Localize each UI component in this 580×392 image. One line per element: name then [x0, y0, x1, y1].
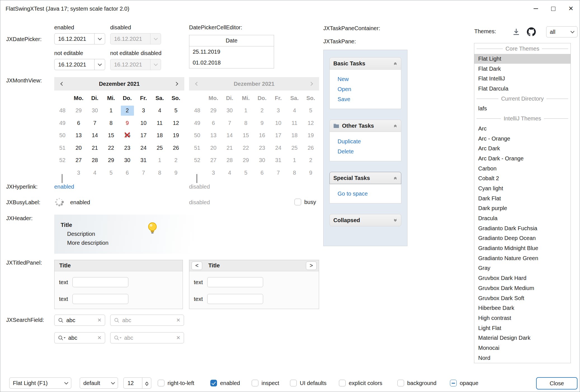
laf-combo[interactable]: Flat Light (F1) — [9, 377, 71, 389]
close-button[interactable]: Close — [536, 377, 577, 389]
theme-item-dark-flat[interactable]: Dark Flat — [474, 193, 570, 203]
calendar-day[interactable]: 25 — [153, 143, 166, 153]
task-link-go-to-space[interactable]: Go to space — [330, 189, 401, 199]
hyperlink-enabled[interactable]: enabled — [54, 184, 74, 190]
panel-right-button[interactable]: > — [306, 262, 317, 270]
theme-item-gruvbox-dark-hard[interactable]: Gruvbox Dark Hard — [474, 273, 570, 283]
font-size-spinner[interactable]: 12 — [123, 377, 151, 389]
calendar-day[interactable]: 24 — [137, 143, 150, 153]
calendar-day[interactable]: 1 — [153, 155, 166, 165]
calendar-day[interactable]: 12 — [169, 118, 183, 128]
checkbox-right-to-left[interactable]: right-to-left — [158, 380, 194, 386]
calendar-day[interactable]: 14 — [88, 130, 102, 141]
theme-item-nord[interactable]: Nord — [474, 353, 570, 363]
theme-item-cobalt-2[interactable]: Cobalt 2 — [474, 174, 570, 184]
table-header-date[interactable]: Date — [189, 35, 274, 46]
calendar-day[interactable]: 9 — [169, 168, 183, 178]
spinner-buttons[interactable] — [142, 378, 151, 388]
datepicker-not-editable[interactable]: 16.12.2021 — [54, 59, 105, 70]
task-link-open[interactable]: Open — [330, 84, 401, 94]
datepicker-dropdown-button[interactable] — [94, 34, 105, 44]
datepicker-enabled[interactable]: 16.12.2021 — [54, 33, 105, 44]
theme-item-monocai[interactable]: Monocai — [474, 343, 570, 353]
search-field-3[interactable]: abc✕ — [54, 332, 105, 343]
text-input[interactable] — [72, 277, 128, 287]
clear-icon[interactable]: ✕ — [97, 335, 102, 341]
theme-item-high-contrast[interactable]: High contrast — [474, 313, 570, 323]
date-cell[interactable]: 25.11.2019 — [189, 46, 274, 57]
task-link-save[interactable]: Save — [330, 94, 401, 104]
checkbox-opaque[interactable]: opaque — [450, 380, 478, 386]
calendar-day[interactable]: 20 — [72, 143, 85, 153]
theme-item-dracula[interactable]: Dracula — [474, 213, 570, 224]
taskpane-header-special-tasks[interactable]: Special Tasks — [329, 172, 401, 184]
theme-item-gradianto-midnight-blue[interactable]: Gradianto Midnight Blue — [474, 243, 570, 253]
theme-item-lafs[interactable]: lafs — [474, 104, 570, 114]
checkbox-explicit-colors[interactable]: explicit colors — [339, 380, 382, 386]
calendar-day[interactable]: 15 — [105, 130, 118, 141]
checkbox-ui-defaults[interactable]: UI defaults — [290, 380, 327, 386]
panel-left-button[interactable]: < — [192, 262, 202, 270]
calendar-day[interactable]: 8 — [105, 118, 118, 128]
calendar-day[interactable]: 7 — [88, 118, 102, 128]
themes-filter-combo[interactable]: all — [546, 26, 577, 37]
theme-item-flat-darcula[interactable]: Flat Darcula — [474, 84, 570, 94]
task-link-duplicate[interactable]: Duplicate — [330, 136, 401, 146]
calendar-day[interactable]: 29 — [72, 106, 85, 116]
checkbox-inspect[interactable]: inspect — [252, 380, 279, 386]
theme-item-arc-dark[interactable]: Arc Dark — [474, 144, 570, 154]
theme-item-dark-purple[interactable]: Dark purple — [474, 203, 570, 213]
calendar-day[interactable]: 8 — [153, 168, 166, 178]
calendar-day[interactable]: 3 — [72, 168, 85, 178]
theme-item-carbon[interactable]: Carbon — [474, 163, 570, 174]
github-button[interactable] — [526, 27, 537, 37]
calendar-day[interactable]: 30 — [88, 106, 102, 116]
calendar-day[interactable]: 22 — [105, 143, 118, 153]
calendar-day[interactable]: 17 — [137, 130, 150, 141]
theme-item-flat-intellij[interactable]: Flat IntelliJ — [474, 74, 570, 84]
calendar-day[interactable]: 18 — [153, 130, 166, 141]
calendar-day[interactable]: 10 — [137, 118, 150, 128]
task-link-new[interactable]: New — [330, 74, 401, 84]
theme-item-flat-light[interactable]: Flat Light — [474, 54, 570, 64]
calendar-day[interactable]: 13 — [72, 130, 85, 141]
datepicker-dropdown-button[interactable] — [94, 59, 105, 70]
theme-item-light-flat[interactable]: Light Flat — [474, 323, 570, 333]
busy-checkbox[interactable]: busy — [294, 199, 316, 205]
calendar-day[interactable]: 3 — [137, 106, 150, 116]
prev-month-button[interactable] — [54, 82, 70, 85]
theme-item-hiberbee-dark[interactable]: Hiberbee Dark — [474, 303, 570, 313]
text-input[interactable] — [207, 294, 263, 304]
calendar-day[interactable]: 16 — [121, 130, 134, 141]
theme-item-arc-dark-orange[interactable]: Arc Dark - Orange — [474, 154, 570, 164]
calendar-day[interactable]: 30 — [121, 155, 134, 165]
calendar-day[interactable]: 7 — [137, 168, 150, 178]
calendar-day[interactable]: 5 — [105, 168, 118, 178]
theme-item-arc-orange[interactable]: Arc - Orange — [474, 134, 570, 144]
calendar-day[interactable]: 4 — [88, 168, 102, 178]
calendar-day[interactable]: 4 — [153, 106, 166, 116]
calendar-day[interactable]: 21 — [88, 143, 102, 153]
calendar-day[interactable]: 11 — [153, 118, 166, 128]
calendar-day[interactable]: 28 — [88, 155, 102, 165]
calendar-day[interactable]: 6 — [72, 118, 85, 128]
calendar-day[interactable]: 29 — [105, 155, 118, 165]
text-input[interactable] — [207, 277, 263, 287]
calendar-day[interactable]: 5 — [169, 106, 183, 116]
next-month-button[interactable] — [168, 82, 184, 85]
checkbox-enabled[interactable]: enabled — [210, 380, 240, 386]
theme-item-gradianto-deep-ocean[interactable]: Gradianto Deep Ocean — [474, 233, 570, 243]
calendar-day[interactable]: 23 — [121, 143, 134, 153]
task-link-delete[interactable]: Delete — [330, 146, 401, 156]
calendar-day[interactable]: 9 — [121, 118, 134, 128]
taskpane-header-basic-tasks[interactable]: Basic Tasks — [329, 57, 401, 70]
checkbox-background[interactable]: background — [397, 380, 437, 386]
style-combo[interactable]: default — [80, 377, 118, 389]
calendar-day[interactable]: 2 — [121, 106, 134, 116]
download-button[interactable] — [511, 27, 522, 37]
clear-icon[interactable]: ✕ — [97, 317, 102, 323]
theme-item-flat-dark[interactable]: Flat Dark — [474, 64, 570, 74]
minimize-button[interactable] — [527, 0, 544, 17]
calendar-day[interactable]: 26 — [169, 143, 183, 153]
theme-item-gradianto-nature-green[interactable]: Gradianto Nature Green — [474, 253, 570, 263]
